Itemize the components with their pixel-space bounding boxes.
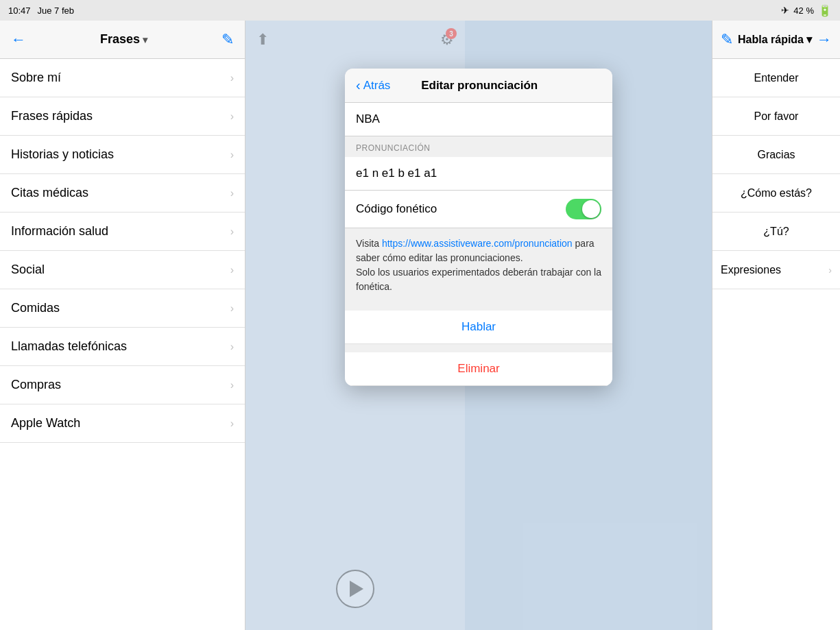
hablar-button[interactable]: Hablar: [345, 311, 612, 344]
right-edit-button[interactable]: ✎: [721, 31, 733, 49]
battery-icon: 🔋: [818, 4, 832, 17]
airplane-icon: ✈: [781, 5, 789, 16]
word-input[interactable]: [345, 103, 612, 136]
edit-pronunciation-modal: ‹ Atrás Editar pronunciación PRONUNCIACI…: [345, 69, 612, 386]
right-header: ✎ Habla rápida ▾ →: [712, 21, 840, 59]
right-nav-entender[interactable]: Entender: [712, 59, 840, 97]
list-item[interactable]: Llamadas telefónicas ›: [0, 328, 245, 366]
left-header: ← Frases ▾ ✎: [0, 21, 245, 59]
list-item[interactable]: Compras ›: [0, 366, 245, 404]
modal-word-section: [345, 103, 612, 136]
list-item[interactable]: Historias y noticias ›: [0, 136, 245, 174]
list-item[interactable]: Social ›: [0, 251, 245, 289]
phonetic-code-toggle-row: Código fonético: [345, 191, 612, 228]
right-panel: ✎ Habla rápida ▾ → Entender Por favor Gr…: [712, 21, 840, 630]
right-title[interactable]: Habla rápida ▾: [738, 33, 812, 46]
list-item[interactable]: Frases rápidas ›: [0, 97, 245, 136]
chevron-right-icon: ›: [230, 110, 234, 123]
status-time: 10:47: [8, 5, 31, 16]
phonetic-code-toggle[interactable]: [566, 199, 601, 219]
toggle-label: Código fonético: [356, 202, 437, 216]
right-nav-como-estas[interactable]: ¿Cómo estás?: [712, 174, 840, 213]
eliminar-button[interactable]: Eliminar: [345, 352, 612, 386]
pronunciation-link[interactable]: https://www.assistiveware.com/pronunciat…: [382, 238, 573, 249]
back-button[interactable]: ←: [11, 31, 26, 49]
modal-info-text: Visita https://www.assistiveware.com/pro…: [356, 237, 601, 294]
right-nav-list: Entender Por favor Gracias ¿Cómo estás? …: [712, 59, 840, 630]
chevron-right-icon: ›: [230, 264, 234, 276]
left-nav-list: Sobre mí › Frases rápidas › Historias y …: [0, 59, 245, 630]
list-item[interactable]: Comidas ›: [0, 289, 245, 328]
toggle-knob: [582, 200, 600, 218]
right-forward-button[interactable]: →: [817, 31, 832, 49]
list-item-apple-watch[interactable]: Apple Watch ›: [0, 404, 245, 443]
chevron-right-icon: ›: [230, 226, 234, 238]
left-title[interactable]: Frases ▾: [100, 32, 147, 47]
modal-spacer-2: [345, 344, 612, 352]
modal-back-button[interactable]: ‹ Atrás: [356, 77, 390, 93]
chevron-right-icon: ›: [230, 341, 234, 353]
modal-header: ‹ Atrás Editar pronunciación: [345, 69, 612, 103]
modal-spacer-1: [345, 302, 612, 311]
pronunciation-value[interactable]: e1 n e1 b e1 a1: [345, 157, 612, 191]
right-nav-gracias[interactable]: Gracias: [712, 136, 840, 174]
right-title-chevron-icon: ▾: [806, 33, 812, 46]
battery-level: 42 %: [793, 5, 814, 16]
chevron-left-icon: ‹: [356, 77, 361, 93]
chevron-right-icon: ›: [230, 302, 234, 315]
chevron-right-icon: ›: [230, 72, 234, 84]
pronunciation-section-label: PRONUNCIACIÓN: [345, 136, 612, 157]
chevron-right-icon: ›: [230, 187, 234, 199]
status-date: Jue 7 feb: [38, 5, 75, 16]
list-item[interactable]: Información salud ›: [0, 213, 245, 251]
chevron-right-icon: ›: [230, 379, 234, 391]
chevron-right-icon: ›: [230, 417, 234, 430]
modal-overlay: ‹ Atrás Editar pronunciación PRONUNCIACI…: [245, 21, 712, 630]
list-item[interactable]: Sobre mí ›: [0, 59, 245, 97]
modal-back-label: Atrás: [363, 79, 391, 93]
title-chevron-icon: ▾: [143, 34, 147, 45]
modal-title: Editar pronunciación: [390, 79, 568, 93]
right-nav-porfavor[interactable]: Por favor: [712, 97, 840, 136]
left-panel: ← Frases ▾ ✎ Sobre mí › Frases rápidas ›…: [0, 21, 245, 630]
right-nav-tu[interactable]: ¿Tú?: [712, 213, 840, 251]
status-bar: 10:47 Jue 7 feb ✈ 42 % 🔋: [0, 0, 840, 21]
chevron-right-icon: ›: [230, 149, 234, 161]
edit-button[interactable]: ✎: [221, 31, 234, 49]
chevron-right-icon: ›: [828, 265, 832, 276]
modal-info-section: Visita https://www.assistiveware.com/pro…: [345, 228, 612, 302]
right-nav-expresiones[interactable]: Expresiones ›: [712, 251, 840, 289]
list-item[interactable]: Citas médicas ›: [0, 174, 245, 213]
